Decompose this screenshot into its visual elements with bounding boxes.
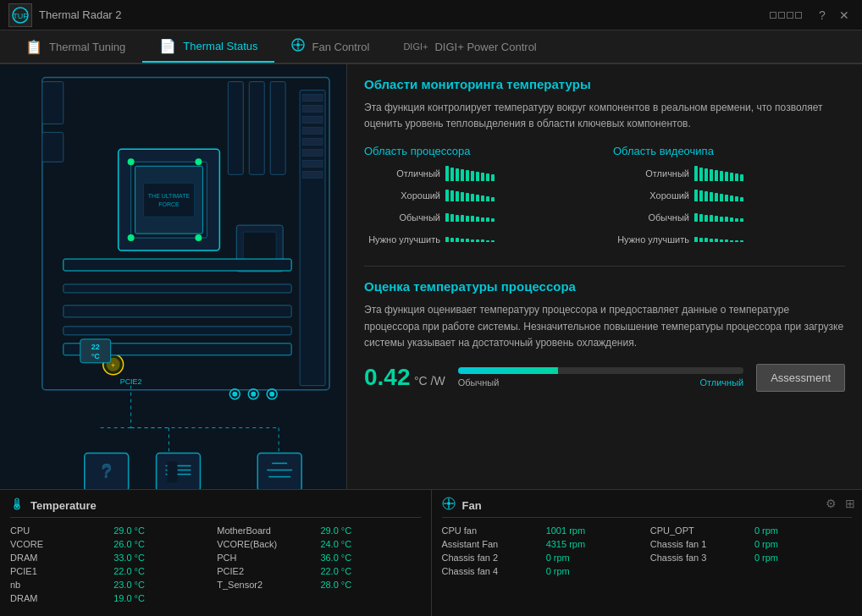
svg-rect-10: [302, 127, 323, 134]
svg-rect-6: [300, 91, 325, 386]
fan-key: Chassis fan 4: [442, 565, 539, 577]
settings-icon[interactable]: ⚙: [826, 497, 837, 510]
temperature-icon: [10, 497, 24, 514]
svg-rect-27: [270, 82, 285, 175]
chart-label: Хороший: [364, 190, 440, 201]
svg-rect-13: [302, 160, 323, 167]
grid-view-icon[interactable]: ⊞: [845, 497, 855, 510]
grid-cell: [770, 12, 776, 19]
chart-bars: [445, 237, 495, 242]
main-content: THE ULTIMATE FORCE +: [0, 64, 862, 489]
svg-rect-58: [157, 453, 201, 489]
temp-val: [320, 592, 420, 604]
nav-thermal-status[interactable]: 📄 Thermal Status: [142, 30, 274, 63]
temp-key: CPU: [10, 525, 110, 536]
fan-key: Chassis fan 3: [650, 552, 748, 564]
gpu-chart: Область видеочипа Отличный: [613, 145, 845, 249]
app-logo: TUF: [8, 3, 32, 27]
svg-point-67: [447, 502, 450, 505]
svg-text:22: 22: [91, 343, 100, 351]
app-title: Thermal Radar 2: [39, 8, 769, 21]
thermal-info-panel: Области мониторинга температуры Эта функ…: [347, 64, 862, 489]
chart-bars: [445, 190, 495, 201]
temp-key: T_Sensor2: [217, 579, 317, 591]
thermal-tuning-icon: 📋: [25, 39, 42, 55]
svg-point-21: [128, 158, 135, 165]
assessment-desc: Эта функция оценивает температуру процес…: [364, 302, 845, 351]
chart-bars: [694, 166, 743, 181]
assessment-bar-fill: [458, 367, 558, 374]
assessment-unit: °C /W: [414, 374, 445, 388]
svg-rect-60: [257, 453, 301, 489]
assessment-value: 0.42: [364, 364, 411, 390]
close-button[interactable]: ✕: [835, 6, 854, 25]
fan-val: 0 rpm: [546, 552, 644, 564]
temp-val: 26.0 °C: [113, 538, 213, 550]
monitoring-title: Области мониторинга температуры: [364, 77, 845, 91]
svg-rect-35: [64, 259, 291, 271]
nav-fan-control-label: Fan Control: [312, 41, 369, 53]
svg-point-23: [128, 234, 135, 241]
svg-point-65: [16, 506, 19, 509]
assessment-title: Оценка температуры процессора: [364, 279, 845, 294]
thermal-status-icon: 📄: [159, 38, 176, 54]
temp-val: 19.0 °C: [113, 592, 213, 604]
fan-val: 1001 rpm: [546, 525, 644, 536]
assessment-bar-labels: Обычный Отличный: [458, 377, 744, 388]
assessment-value-group: 0.42 °C /W: [364, 364, 445, 391]
assessment-row: 0.42 °C /W Обычный Отличный Assessment: [364, 364, 845, 392]
nav-thermal-tuning[interactable]: 📋 Thermal Tuning: [8, 30, 142, 63]
grid-icon-group[interactable]: [769, 11, 803, 19]
temp-key: DRAM: [10, 592, 110, 604]
nav-digi-power-label: DIGI+ Power Control: [434, 41, 536, 53]
svg-rect-12: [302, 149, 323, 156]
chart-label: Нужно улучшить: [613, 234, 689, 245]
temp-val: 28.0 °C: [320, 579, 420, 591]
chart-row: Обычный: [613, 208, 845, 227]
chart-bars: [445, 213, 495, 222]
svg-text:THE ULTIMATE: THE ULTIMATE: [148, 193, 191, 199]
svg-rect-25: [228, 82, 243, 175]
fan-key: Chassis fan 2: [442, 552, 539, 564]
svg-rect-59: [168, 461, 178, 482]
svg-point-24: [195, 234, 202, 241]
fan-control-icon: [291, 38, 305, 55]
chart-bars: [694, 190, 743, 201]
fan-key: Assistant Fan: [442, 538, 539, 550]
assessment-bar-container: Обычный Отличный: [458, 367, 744, 388]
help-button[interactable]: ?: [813, 6, 832, 25]
temperature-panel-title: Temperature: [10, 497, 421, 518]
svg-point-47: [251, 392, 256, 397]
chart-label: Хороший: [613, 190, 689, 201]
fan-panel-title: Fan: [442, 497, 853, 518]
nav-fan-control[interactable]: Fan Control: [274, 30, 386, 63]
chart-row: Нужно улучшить: [364, 230, 596, 249]
svg-point-22: [195, 158, 202, 165]
svg-rect-37: [64, 305, 291, 317]
chart-bars: [694, 237, 743, 242]
fan-icon: [442, 497, 456, 514]
svg-rect-8: [302, 105, 323, 112]
nav-digi-power[interactable]: DIGI+ DIGI+ Power Control: [386, 30, 553, 63]
grid-cell: [787, 12, 793, 19]
temp-key: [217, 592, 317, 604]
fan-key: CPU fan: [442, 525, 539, 536]
fan-val: 0 rpm: [546, 565, 644, 577]
fan-val: 0 rpm: [754, 538, 852, 550]
nav-thermal-status-label: Thermal Status: [183, 40, 257, 52]
svg-point-45: [232, 392, 237, 397]
temp-key: nb: [10, 579, 110, 591]
temp-val: 29.0 °C: [320, 525, 420, 536]
assessment-button[interactable]: Assessment: [756, 364, 845, 392]
svg-rect-11: [302, 138, 323, 145]
grid-cell: [778, 12, 785, 19]
cpu-chart-rows: Отличный: [364, 164, 596, 249]
fan-key: CPU_OPT: [650, 525, 748, 536]
digi-power-icon: DIGI+: [403, 41, 428, 52]
fan-title: Fan: [462, 499, 482, 512]
svg-text:?: ?: [101, 461, 112, 482]
svg-rect-18: [144, 183, 195, 217]
temp-val: 22.0 °C: [320, 565, 420, 577]
fan-val: 0 rpm: [754, 552, 852, 564]
svg-rect-38: [64, 327, 291, 335]
